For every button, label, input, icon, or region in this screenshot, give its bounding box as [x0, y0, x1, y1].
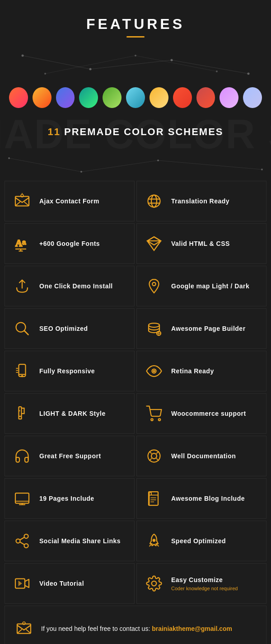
contact-message: If you need help feel free to contact us…	[41, 625, 152, 632]
color-circle-11[interactable]	[243, 87, 262, 108]
color-circle-8[interactable]	[173, 87, 192, 108]
feature-pages: 19 Pages Include	[5, 478, 135, 519]
globe-icon	[144, 191, 164, 211]
svg-point-52	[151, 418, 153, 421]
svg-rect-50	[19, 416, 22, 419]
color-circle-2[interactable]	[33, 87, 51, 108]
svg-point-43	[22, 376, 23, 376]
color-circle-5[interactable]	[103, 87, 121, 108]
color-circle-10[interactable]	[220, 87, 238, 108]
network-section	[0, 47, 271, 83]
color-circle-9[interactable]	[196, 87, 215, 108]
svg-point-53	[159, 418, 161, 421]
svg-point-9	[44, 73, 46, 75]
svg-point-17	[157, 160, 159, 161]
svg-point-70	[24, 534, 28, 538]
svg-line-36	[24, 331, 28, 334]
feature-google-fonts: A a +600 Google Fonts	[5, 223, 135, 264]
svg-line-74	[20, 537, 24, 540]
gear-icon	[144, 573, 164, 593]
tv-icon	[12, 489, 32, 508]
feature-label-blog: Awesome Blog Include	[171, 494, 245, 503]
feature-label-speed: Speed Optimized	[171, 537, 226, 545]
contact-mail-icon	[14, 619, 34, 639]
svg-marker-78	[19, 582, 22, 586]
book-icon	[144, 489, 164, 508]
feature-support: Great Free Support	[5, 436, 135, 476]
feature-woocommerce: Woocommerce support	[136, 393, 266, 434]
share-icon	[12, 531, 32, 551]
feature-demo-install: One Click Demo Install	[5, 266, 135, 306]
svg-line-13	[81, 160, 158, 172]
feature-label-retina: Retina Ready	[171, 367, 214, 375]
color-circle-1[interactable]	[9, 87, 28, 108]
svg-point-37	[149, 323, 159, 327]
feature-subtext-customize: Coder knowledge not required	[171, 586, 238, 591]
svg-point-15	[8, 157, 10, 159]
feature-label-video: Video Tutorial	[39, 579, 84, 588]
svg-line-0	[23, 56, 90, 69]
svg-line-14	[158, 160, 262, 169]
svg-point-23	[151, 195, 157, 207]
video-icon	[12, 573, 32, 593]
svg-point-48	[154, 371, 155, 372]
color-circle-7[interactable]	[150, 87, 168, 108]
title-underline	[126, 36, 145, 38]
feature-label-pages: 19 Pages Include	[39, 494, 94, 503]
feature-label-html: Valid HTML & CSS	[171, 240, 230, 248]
color-circle-3[interactable]	[56, 87, 75, 108]
color-circle-6[interactable]	[126, 87, 145, 108]
svg-rect-64	[149, 492, 158, 505]
color-schemes-section: 11 PREMADE COLOR SCHEME 11 PREMADE COLOR…	[0, 115, 271, 154]
svg-point-16	[80, 171, 82, 173]
feature-label-map: Google map Light / Dark	[171, 282, 249, 290]
paint-icon	[12, 404, 32, 423]
svg-point-10	[135, 55, 136, 56]
rocket-icon	[144, 531, 164, 551]
svg-point-18	[261, 169, 263, 170]
contact-email[interactable]: brainiaktheme@gmail.com	[152, 625, 232, 632]
fonts-icon: A a	[12, 234, 32, 254]
svg-point-6	[89, 68, 92, 71]
lifering-icon	[144, 446, 164, 466]
color-schemes-number: 11	[47, 126, 60, 137]
feature-google-map: Google map Light / Dark	[136, 266, 266, 306]
headphones-icon	[12, 446, 32, 466]
feature-seo: SEO Optimized	[5, 308, 135, 349]
eye-icon	[144, 361, 164, 381]
cart-icon	[144, 404, 164, 423]
feature-label-style: LIGHT & DARK Style	[39, 409, 106, 418]
svg-point-71	[16, 539, 20, 543]
feature-label-translation: Translation Ready	[171, 197, 229, 205]
feature-retina: Retina Ready	[136, 351, 266, 391]
svg-line-12	[9, 158, 81, 172]
feature-label-responsive: Fully Responsive	[39, 367, 95, 375]
svg-point-55	[151, 453, 157, 459]
feature-label-builder: Awesome Page Builder	[171, 324, 246, 333]
contact-text: If you need help feel free to contact us…	[41, 625, 232, 632]
feature-label-woo: Woocommerce support	[171, 409, 246, 418]
svg-line-3	[45, 56, 136, 74]
color-circle-4[interactable]	[79, 87, 98, 108]
svg-point-75	[153, 539, 155, 541]
svg-point-22	[148, 195, 160, 207]
feature-social: Social Media Share Links	[5, 521, 135, 561]
feature-label-social: Social Media Share Links	[39, 537, 121, 545]
mail-icon	[12, 191, 32, 211]
svg-point-5	[22, 55, 24, 57]
feature-label-seo: SEO Optimized	[39, 324, 88, 333]
feature-label-customize: Easy Customize	[171, 576, 238, 584]
feature-speed: Speed Optimized	[136, 521, 266, 561]
svg-point-79	[152, 581, 157, 586]
layers-icon	[144, 319, 164, 338]
feature-page-builder: Awesome Page Builder	[136, 308, 266, 349]
svg-point-11	[216, 71, 218, 72]
color-schemes-text: PREMADE COLOR SCHEMES	[64, 126, 223, 137]
diamond-icon	[144, 234, 164, 254]
feature-translation-ready: Translation Ready	[136, 181, 266, 221]
color-schemes-label: 11 PREMADE COLOR SCHEMES	[9, 119, 262, 145]
header-section: FEATURES	[0, 0, 271, 47]
feature-ajax-contact-form: Ajax Contact Form	[5, 181, 135, 221]
network-section-2	[0, 154, 271, 176]
feature-label-docs: Well Documentation	[171, 452, 236, 460]
